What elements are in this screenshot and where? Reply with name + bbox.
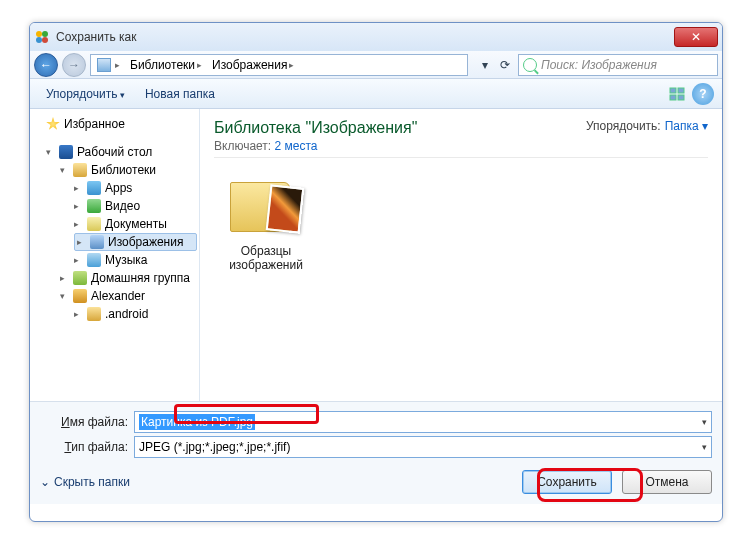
svg-rect-7 — [678, 95, 684, 100]
caret-icon[interactable]: ▸ — [74, 219, 83, 229]
save-button[interactable]: Сохранить — [522, 470, 612, 494]
caret-icon[interactable]: ▾ — [46, 147, 55, 157]
search-placeholder: Поиск: Изображения — [541, 58, 657, 72]
tree-music[interactable]: ▸Музыка — [74, 251, 197, 269]
tree-user[interactable]: ▾Alexander — [60, 287, 197, 305]
toolbar: Упорядочить Новая папка ? — [30, 79, 722, 109]
star-icon — [46, 117, 60, 131]
video-icon — [87, 199, 101, 213]
close-button[interactable]: ✕ — [674, 27, 718, 47]
caret-icon[interactable]: ▸ — [74, 183, 83, 193]
svg-point-3 — [42, 37, 48, 43]
libraries-icon — [73, 163, 87, 177]
tree-apps[interactable]: ▸Apps — [74, 179, 197, 197]
user-icon — [73, 289, 87, 303]
svg-point-1 — [42, 31, 48, 37]
filename-input[interactable]: Картинка из PDF.jpg ▾ — [134, 411, 712, 433]
svg-point-2 — [36, 37, 42, 43]
tree-desktop[interactable]: ▾Рабочий стол — [46, 143, 197, 161]
content-area[interactable]: Библиотека "Изображения" Включает: 2 мес… — [200, 109, 722, 401]
view-mode-button[interactable] — [666, 83, 688, 105]
dropdown-arrow-icon[interactable]: ▾ — [702, 417, 707, 427]
folder-label: Образцы изображений — [218, 244, 314, 273]
music-icon — [87, 253, 101, 267]
caret-icon[interactable]: ▸ — [74, 309, 83, 319]
library-includes: Включает: 2 места — [214, 139, 417, 153]
chevron-down-icon: ⌄ — [40, 475, 50, 489]
nav-back-button[interactable]: ← — [34, 53, 58, 77]
filename-label: Имя файла: — [40, 415, 128, 429]
caret-icon[interactable]: ▾ — [60, 291, 69, 301]
tree-android[interactable]: ▸.android — [74, 305, 197, 323]
tree-homegroup[interactable]: ▸Домашняя группа — [60, 269, 197, 287]
breadcrumb-libraries[interactable]: Библиотеки▸ — [128, 58, 208, 72]
save-as-dialog: Сохранить как ✕ ← → ▸ Библиотеки▸ Изобра… — [29, 22, 723, 522]
desktop-icon — [59, 145, 73, 159]
caret-icon[interactable]: ▸ — [77, 237, 86, 247]
tree-images[interactable]: ▸Изображения — [74, 233, 197, 251]
svg-rect-5 — [678, 88, 684, 93]
organize-menu[interactable]: Упорядочить — [38, 85, 133, 103]
caret-icon[interactable]: ▸ — [74, 255, 83, 265]
arrange-by: Упорядочить: Папка ▾ — [586, 119, 708, 133]
folder-item-samples[interactable]: Образцы изображений — [218, 176, 314, 273]
new-folder-button[interactable]: Новая папка — [145, 87, 215, 101]
svg-rect-4 — [670, 88, 676, 93]
filetype-field: Тип файла: JPEG (*.jpg;*.jpeg;*.jpe;*.jf… — [40, 436, 712, 458]
app-icon — [34, 29, 50, 45]
refresh-button[interactable]: ⟳ — [496, 56, 514, 74]
breadcrumb-tools: ▾ ⟳ — [476, 56, 514, 74]
documents-icon — [87, 217, 101, 231]
nav-forward-button[interactable]: → — [62, 53, 86, 77]
filename-field: Имя файла: Картинка из PDF.jpg ▾ — [40, 411, 712, 433]
filetype-select[interactable]: JPEG (*.jpg;*.jpeg;*.jpe;*.jfif) ▾ — [134, 436, 712, 458]
breadcrumb-images[interactable]: Изображения▸ — [210, 58, 300, 72]
tree-favorites[interactable]: Избранное — [46, 115, 197, 133]
apps-icon — [87, 181, 101, 195]
arrange-dropdown[interactable]: Папка ▾ — [665, 119, 708, 133]
dialog-bottom: Имя файла: Картинка из PDF.jpg ▾ Тип фай… — [30, 401, 722, 504]
breadcrumb-root[interactable]: ▸ — [95, 58, 126, 72]
library-title: Библиотека "Изображения" — [214, 119, 417, 137]
caret-icon[interactable]: ▸ — [74, 201, 83, 211]
tree-documents[interactable]: ▸Документы — [74, 215, 197, 233]
button-row: ⌄ Скрыть папки Сохранить Отмена — [40, 470, 712, 494]
svg-rect-6 — [670, 95, 676, 100]
nav-bar: ← → ▸ Библиотеки▸ Изображения▸ ▾ ⟳ Поиск… — [30, 51, 722, 79]
tree-libraries[interactable]: ▾Библиотеки — [60, 161, 197, 179]
images-icon — [90, 235, 104, 249]
svg-point-0 — [36, 31, 42, 37]
filetype-label: Тип файла: — [40, 440, 128, 454]
folder-tree[interactable]: Избранное ▾Рабочий стол ▾Библиотеки ▸App… — [30, 109, 200, 401]
homegroup-icon — [73, 271, 87, 285]
caret-icon[interactable]: ▾ — [60, 165, 69, 175]
main-pane: Избранное ▾Рабочий стол ▾Библиотеки ▸App… — [30, 109, 722, 401]
folder-icon — [87, 307, 101, 321]
search-icon — [523, 58, 537, 72]
dropdown-arrow-icon[interactable]: ▾ — [702, 442, 707, 452]
breadcrumb[interactable]: ▸ Библиотеки▸ Изображения▸ — [90, 54, 468, 76]
caret-icon[interactable]: ▸ — [60, 273, 69, 283]
search-input[interactable]: Поиск: Изображения — [518, 54, 718, 76]
titlebar[interactable]: Сохранить как ✕ — [30, 23, 722, 51]
computer-icon — [97, 58, 111, 72]
tree-video[interactable]: ▸Видео — [74, 197, 197, 215]
history-dropdown[interactable]: ▾ — [476, 56, 494, 74]
window-title: Сохранить как — [56, 30, 674, 44]
hide-folders-toggle[interactable]: ⌄ Скрыть папки — [40, 475, 130, 489]
folder-thumbnail — [230, 176, 302, 238]
includes-link[interactable]: 2 места — [275, 139, 318, 153]
help-button[interactable]: ? — [692, 83, 714, 105]
cancel-button[interactable]: Отмена — [622, 470, 712, 494]
